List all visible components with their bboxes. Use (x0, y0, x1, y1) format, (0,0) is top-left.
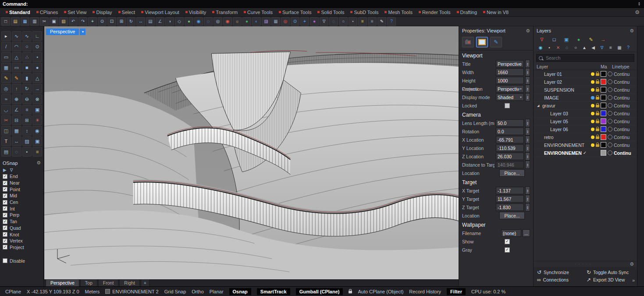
units-button[interactable]: Meters (85, 289, 100, 294)
polyline-tool-icon[interactable]: ∟ (32, 31, 42, 41)
layer-color-swatch[interactable] (601, 79, 606, 85)
menu-item[interactable]: CPlanes (33, 9, 61, 16)
new-file-icon[interactable]: □ (1, 17, 10, 26)
osnap-option[interactable]: ✓ Mid (0, 193, 43, 199)
smarttrack-icon[interactable]: + (300, 17, 309, 26)
layer-lock-icon[interactable] (596, 128, 599, 131)
smarttrack-toggle[interactable]: SmartTrack (257, 288, 290, 295)
gear-icon[interactable]: ⚙ (526, 28, 530, 34)
layer-tool-icon[interactable]: ≡ (32, 147, 42, 157)
menu-item[interactable]: Solid Tools (314, 9, 347, 16)
osnap-disable-option[interactable]: Disable (0, 257, 43, 264)
wireframe-icon[interactable]: ◇ (175, 17, 184, 26)
new-layer-icon[interactable]: □ (550, 36, 558, 43)
active-layer-indicator[interactable]: ENVIRONNEMENT 2 (105, 289, 159, 294)
spinner[interactable]: ▲▼ (525, 186, 530, 195)
ghosted-icon[interactable]: ◌ (204, 17, 213, 26)
properties-icon[interactable]: ≡ (368, 17, 377, 26)
layer-visibility-bulb-icon[interactable] (591, 72, 594, 76)
offset-tool-icon[interactable]: ≡ (22, 105, 32, 114)
toggle-auto-sync-button[interactable]: ↻ Toggle Auto Sync (587, 269, 633, 275)
shaded-icon[interactable]: ● (185, 17, 193, 26)
show-checkbox[interactable]: ✓ (505, 239, 510, 244)
layer-row[interactable]: ◢ gravur Continu (534, 102, 637, 110)
material-icon[interactable]: ● (242, 17, 251, 26)
move-layer-icon[interactable]: → (599, 36, 607, 43)
group-tool-icon[interactable]: ▤ (1, 147, 11, 157)
layer-color-swatch[interactable] (601, 103, 606, 108)
split-tool-icon[interactable]: ⊟ (12, 115, 21, 125)
layer-linetype[interactable]: Continu (614, 87, 635, 93)
join-tool-icon[interactable]: ⊞ (22, 115, 32, 125)
layer-visibility-bulb-icon[interactable] (591, 80, 594, 84)
selection-filter-icon[interactable]: ▶ (3, 168, 7, 172)
sphere-tool-icon[interactable]: ● (32, 63, 42, 72)
spinner[interactable]: ▲▼ (525, 127, 530, 136)
lock-small-icon[interactable]: ▪ (546, 45, 552, 50)
spinner[interactable]: ▲▼ (525, 68, 530, 76)
material-column-header[interactable]: Ma (601, 64, 612, 69)
curve-tool-icon[interactable]: ∿ (22, 31, 32, 41)
redo-icon[interactable]: ↷ (78, 17, 87, 26)
projection-dropdown[interactable]: Perspective▼ (496, 85, 524, 93)
display-properties-tab[interactable]: ✎ (490, 37, 502, 47)
dimension-tool-icon[interactable]: ↔ (12, 136, 21, 146)
block-tool-icon[interactable]: ▣ (32, 136, 42, 146)
layer-material-icon[interactable] (608, 135, 612, 139)
viewport-properties-tab[interactable] (476, 37, 488, 47)
ortho-toggle[interactable]: Ortho (192, 289, 204, 294)
arc-tool-icon[interactable]: ◠ (12, 42, 21, 51)
more-actions-button[interactable]: » (632, 278, 635, 283)
layer-material-icon[interactable] (608, 111, 612, 116)
linetype-column-header[interactable]: Linetype (612, 64, 634, 69)
layer-color-swatch[interactable] (601, 134, 606, 140)
layer-row[interactable]: Layer 01 Continu (534, 70, 637, 78)
osnap-option[interactable]: ✓ Project (0, 244, 43, 251)
lock-object-icon[interactable]: ▪ (349, 17, 357, 26)
viewport-tab[interactable]: Perspective (46, 279, 79, 286)
grid-small-icon[interactable]: ▦ (616, 45, 623, 50)
gumball-tool-icon[interactable]: ◉ (32, 126, 42, 136)
pan-view-icon[interactable]: ↔ (136, 17, 145, 26)
layer-row[interactable]: Layer 02 Continu (534, 78, 637, 86)
palette-drag-handle[interactable]: ∙∙∙∙∙∙ (0, 26, 43, 30)
texture-icon[interactable]: ▨ (262, 17, 270, 26)
layer-linetype[interactable]: Continu (614, 79, 635, 85)
trim-tool-icon[interactable]: ✂ (1, 115, 11, 125)
checkbox[interactable]: ✓ (3, 245, 7, 250)
layer-color-swatch[interactable] (601, 111, 606, 116)
osnap-option[interactable]: ✓ Point (0, 186, 43, 193)
print-icon[interactable]: ▥ (30, 17, 39, 26)
xray-icon[interactable]: ◎ (213, 17, 222, 26)
hatch-tool-icon[interactable]: ▨ (22, 136, 32, 146)
layer-visibility-bulb-icon[interactable] (591, 120, 594, 123)
height-field[interactable]: 1000 (496, 77, 524, 84)
layer-material-icon[interactable] (608, 127, 612, 132)
menu-item[interactable]: Mesh Tools (381, 9, 415, 16)
osnap-option[interactable]: ✓ End (0, 173, 43, 180)
fillet-tool-icon[interactable]: ◡ (1, 105, 11, 114)
menu-item[interactable]: Render Tools (416, 9, 454, 16)
rotate-view-icon[interactable]: ↻ (127, 17, 135, 26)
viewport-title-menu[interactable]: Perspective ▼ (46, 29, 85, 35)
spinner[interactable]: ▲▼ (525, 203, 530, 211)
layer-color-swatch[interactable] (601, 142, 606, 148)
layer-row[interactable]: ENVIRONNEMEN ✓ Continu (534, 149, 637, 157)
spinner[interactable]: ▲▼ (525, 144, 530, 152)
plane-tool-icon[interactable]: ▭ (12, 63, 21, 72)
rotation-field[interactable]: 0.0 (496, 128, 524, 135)
gumball-icon[interactable]: ◎ (281, 17, 290, 26)
layer-lock-icon[interactable] (596, 73, 599, 76)
layer-visibility-bulb-icon[interactable] (591, 112, 594, 115)
points-tool-icon[interactable]: ∴ (22, 52, 32, 62)
grid-snap-toggle[interactable]: Grid Snap (164, 289, 186, 294)
viewport-tab[interactable]: Front (98, 279, 119, 286)
layer-material-icon[interactable] (608, 79, 612, 84)
viewport-tab[interactable]: Right (119, 279, 140, 286)
cone-tool-icon[interactable]: △ (32, 73, 42, 83)
z-target-field[interactable]: -1.830 (496, 203, 524, 211)
checkbox[interactable]: ✓ (3, 181, 7, 185)
loft-tool-icon[interactable]: ≈ (1, 94, 11, 104)
layer-name[interactable]: Layer 01 (544, 71, 562, 77)
circle-icon[interactable]: ○ (573, 45, 579, 50)
